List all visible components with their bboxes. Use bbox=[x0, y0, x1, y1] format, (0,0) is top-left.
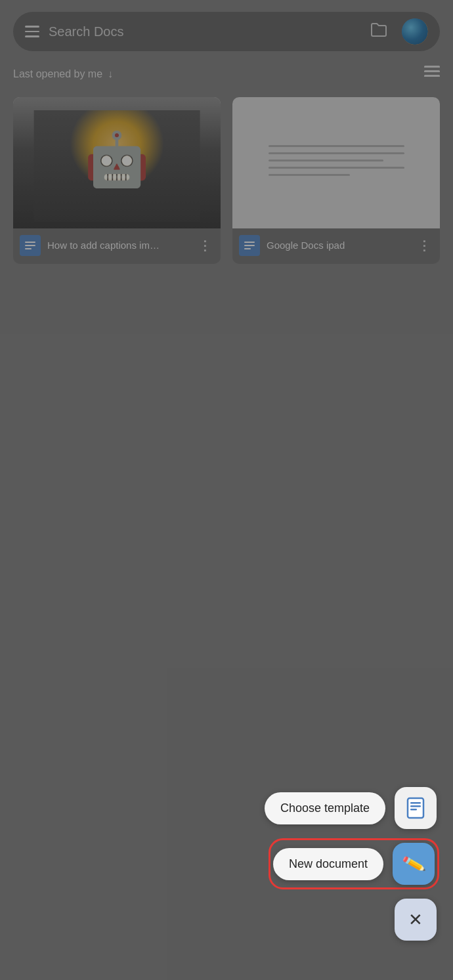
new-document-row: New document ✏️ bbox=[269, 838, 439, 889]
search-bar[interactable]: Search Docs bbox=[13, 12, 440, 51]
doc-title-2: Google Docs ipad bbox=[267, 239, 408, 252]
doc-menu-2[interactable]: ⋮ bbox=[415, 235, 433, 256]
svg-rect-13 bbox=[410, 809, 417, 811]
template-icon bbox=[405, 797, 426, 819]
document-grid: How to add captions im… ⋮ Google D bbox=[13, 97, 440, 264]
pencil-icon: ✏️ bbox=[401, 851, 427, 876]
svg-rect-4 bbox=[428, 66, 440, 68]
sort-row: Last opened by me ↓ bbox=[13, 66, 440, 82]
folder-icon[interactable] bbox=[370, 22, 387, 41]
user-avatar[interactable] bbox=[402, 18, 428, 45]
svg-rect-10 bbox=[408, 798, 423, 818]
sort-arrow-icon: ↓ bbox=[108, 68, 113, 80]
doc-icon-2 bbox=[239, 235, 260, 256]
hamburger-menu-icon[interactable] bbox=[25, 26, 39, 37]
doc-info-1: How to add captions im… ⋮ bbox=[13, 228, 221, 264]
doc-card-1[interactable]: How to add captions im… ⋮ bbox=[13, 97, 221, 264]
sort-label[interactable]: Last opened by me ↓ bbox=[13, 68, 113, 80]
doc-info-2: Google Docs ipad ⋮ bbox=[232, 228, 440, 264]
doc-icon-1 bbox=[20, 235, 41, 256]
doc-thumbnail-1 bbox=[13, 97, 221, 228]
svg-rect-9 bbox=[424, 75, 427, 77]
doc-card-2[interactable]: Google Docs ipad ⋮ bbox=[232, 97, 440, 264]
svg-rect-5 bbox=[424, 66, 427, 68]
template-fab-button[interactable] bbox=[395, 787, 437, 829]
choose-template-button[interactable]: Choose template bbox=[265, 792, 385, 824]
doc-menu-1[interactable]: ⋮ bbox=[196, 235, 214, 256]
new-document-fab-button[interactable]: ✏️ bbox=[393, 843, 435, 885]
search-input[interactable]: Search Docs bbox=[49, 24, 361, 39]
new-document-button[interactable]: New document bbox=[273, 848, 383, 880]
svg-rect-11 bbox=[410, 802, 421, 804]
close-icon: ✕ bbox=[408, 910, 423, 930]
svg-rect-12 bbox=[410, 805, 421, 807]
list-view-icon[interactable] bbox=[424, 66, 440, 82]
svg-rect-6 bbox=[428, 71, 440, 72]
doc-title-1: How to add captions im… bbox=[47, 239, 189, 252]
close-fab-button[interactable]: ✕ bbox=[395, 899, 437, 941]
sort-text: Last opened by me bbox=[13, 68, 102, 80]
doc-thumbnail-2 bbox=[232, 97, 440, 228]
choose-template-row: Choose template bbox=[265, 787, 437, 829]
fab-area: Choose template New document ✏️ ✕ bbox=[265, 787, 437, 941]
svg-rect-7 bbox=[424, 71, 427, 72]
svg-rect-8 bbox=[428, 75, 440, 77]
